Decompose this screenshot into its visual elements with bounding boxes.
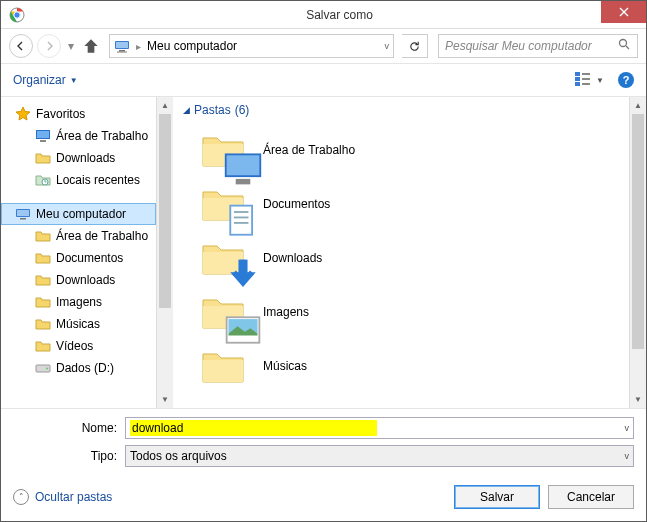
filetype-label: Tipo: — [13, 449, 125, 463]
folder-icon — [35, 228, 51, 244]
filename-label: Nome: — [13, 421, 125, 435]
scroll-up-icon[interactable]: ▲ — [157, 97, 173, 114]
save-as-dialog: Salvar como ▾ ▸ Meu computador v Pesquis… — [0, 0, 647, 522]
close-button[interactable] — [601, 1, 646, 23]
svg-rect-10 — [575, 82, 580, 86]
footer: ˄ Ocultar pastas Salvar Cancelar — [1, 477, 646, 521]
up-button[interactable] — [81, 36, 101, 56]
svg-rect-13 — [582, 83, 590, 85]
folder-large-icon — [201, 238, 245, 278]
tree-favorites[interactable]: Favoritos — [1, 103, 156, 125]
tree-item-images[interactable]: Imagens — [1, 291, 156, 313]
recent-icon — [35, 172, 51, 188]
computer-icon — [114, 38, 130, 54]
folder-item-desktop[interactable]: Área de Trabalho — [181, 123, 621, 177]
collapse-icon: ◢ — [183, 105, 190, 115]
chevron-down-icon[interactable]: ▼ — [596, 76, 604, 85]
organize-menu[interactable]: Organizar ▼ — [13, 73, 78, 87]
folder-icon — [35, 316, 51, 332]
svg-point-22 — [46, 368, 48, 370]
folder-large-icon — [201, 184, 245, 224]
history-dropdown[interactable]: ▾ — [65, 39, 77, 53]
folder-large-icon — [201, 130, 245, 170]
nav-row: ▾ ▸ Meu computador v Pesquisar Meu compu… — [1, 29, 646, 63]
tree-scrollbar[interactable]: ▲ ▼ — [156, 97, 173, 408]
svg-rect-11 — [582, 73, 590, 75]
search-icon — [618, 38, 631, 54]
search-placeholder: Pesquisar Meu computador — [445, 39, 618, 53]
navigation-tree: Favoritos Área de Trabalho Downloads Loc… — [1, 97, 173, 408]
window-title: Salvar como — [33, 8, 646, 22]
svg-rect-15 — [37, 131, 49, 138]
chevron-down-icon[interactable]: v — [625, 451, 630, 461]
tree-item-documents[interactable]: Documentos — [1, 247, 156, 269]
scroll-down-icon[interactable]: ▼ — [630, 391, 646, 408]
star-icon — [15, 106, 31, 122]
address-dropdown[interactable]: v — [385, 41, 390, 51]
chevron-right-icon: ▸ — [136, 41, 141, 52]
filename-area: Nome: download v Tipo: Todos os arquivos… — [1, 409, 646, 477]
save-button[interactable]: Salvar — [454, 485, 540, 509]
tree-item-desktop[interactable]: Área de Trabalho — [1, 125, 156, 147]
folder-icon — [35, 150, 51, 166]
search-input[interactable]: Pesquisar Meu computador — [438, 34, 638, 58]
tree-item-desktop2[interactable]: Área de Trabalho — [1, 225, 156, 247]
chevron-up-icon: ˄ — [13, 489, 29, 505]
folder-icon — [35, 294, 51, 310]
svg-rect-24 — [227, 155, 260, 175]
filename-input[interactable]: download v — [125, 417, 634, 439]
folder-large-icon — [201, 292, 245, 332]
view-options-button[interactable] — [574, 70, 592, 91]
tree-item-recent[interactable]: Locais recentes — [1, 169, 156, 191]
title-bar: Salvar como — [1, 1, 646, 29]
svg-rect-9 — [575, 77, 580, 81]
tree-item-downloads2[interactable]: Downloads — [1, 269, 156, 291]
filetype-select[interactable]: Todos os arquivos v — [125, 445, 634, 467]
address-bar[interactable]: ▸ Meu computador v — [109, 34, 394, 58]
scroll-up-icon[interactable]: ▲ — [630, 97, 646, 114]
computer-icon — [15, 206, 31, 222]
svg-rect-8 — [575, 72, 580, 76]
svg-rect-29 — [234, 222, 249, 224]
chevron-down-icon: ▼ — [70, 76, 78, 85]
svg-rect-6 — [117, 52, 127, 53]
svg-rect-5 — [119, 50, 125, 52]
folder-icon — [35, 338, 51, 354]
tree-computer[interactable]: Meu computador — [1, 203, 156, 225]
svg-point-7 — [620, 40, 627, 47]
group-header-folders[interactable]: ◢ Pastas (6) — [183, 103, 621, 117]
tree-item-drive-d[interactable]: Dados (D:) — [1, 357, 156, 379]
svg-rect-16 — [40, 140, 46, 142]
folder-icon — [35, 250, 51, 266]
scroll-down-icon[interactable]: ▼ — [157, 391, 173, 408]
tree-item-music[interactable]: Músicas — [1, 313, 156, 335]
folder-icon — [35, 272, 51, 288]
svg-rect-20 — [20, 218, 26, 220]
svg-rect-19 — [17, 210, 29, 216]
svg-rect-26 — [230, 206, 252, 235]
hide-folders-toggle[interactable]: ˄ Ocultar pastas — [13, 489, 112, 505]
svg-point-2 — [14, 11, 20, 17]
chrome-icon — [9, 7, 25, 23]
content-pane: ◢ Pastas (6) Área de Trabalho — [173, 97, 646, 408]
svg-rect-12 — [582, 78, 590, 80]
svg-rect-27 — [234, 211, 249, 213]
drive-icon — [35, 360, 51, 376]
tree-item-downloads[interactable]: Downloads — [1, 147, 156, 169]
chevron-down-icon[interactable]: v — [625, 423, 630, 433]
forward-button[interactable] — [37, 34, 61, 58]
toolbar: Organizar ▼ ▼ ? — [1, 63, 646, 97]
desktop-icon — [35, 128, 51, 144]
breadcrumb[interactable]: Meu computador — [147, 39, 237, 53]
help-button[interactable]: ? — [618, 72, 634, 88]
cancel-button[interactable]: Cancelar — [548, 485, 634, 509]
refresh-button[interactable] — [402, 34, 428, 58]
folder-large-icon — [201, 346, 245, 386]
back-button[interactable] — [9, 34, 33, 58]
svg-rect-28 — [234, 217, 249, 219]
svg-rect-4 — [116, 42, 128, 48]
content-scrollbar[interactable]: ▲ ▼ — [629, 97, 646, 408]
tree-item-videos[interactable]: Vídeos — [1, 335, 156, 357]
